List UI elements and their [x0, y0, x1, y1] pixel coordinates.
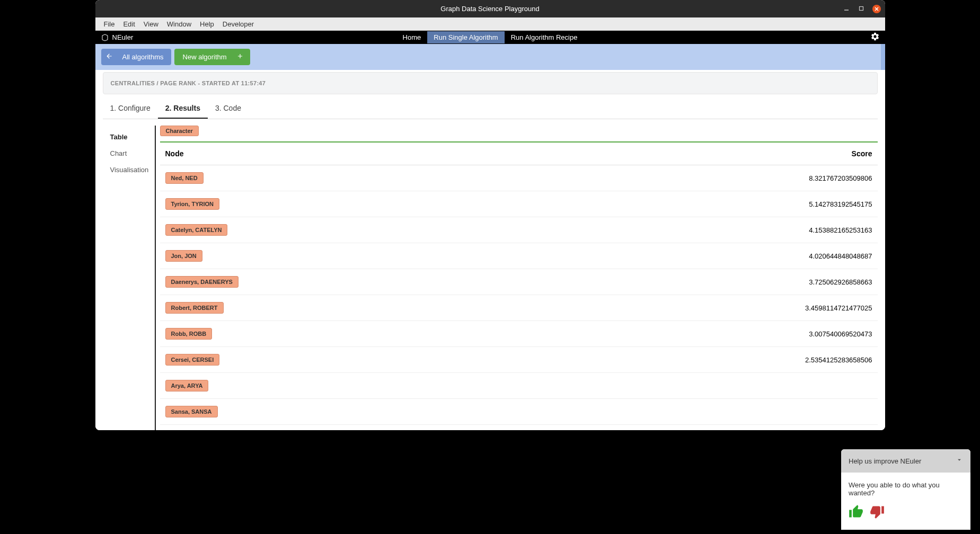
minimize-button[interactable] — [843, 5, 850, 12]
all-algorithms-button[interactable]: All algorithms — [101, 49, 171, 65]
table-row: Daenerys, DAENERYS3.725062926858663 — [160, 269, 878, 295]
label-chip-character[interactable]: Character — [160, 126, 199, 136]
column-header-score[interactable]: Score — [533, 142, 878, 165]
arrow-left-icon — [105, 52, 113, 61]
table-row: Robert, ROBERT3.4598114721477025 — [160, 295, 878, 321]
new-algorithm-label: New algorithm — [183, 53, 227, 61]
score-cell — [533, 399, 878, 425]
table-row: Jon, JON4.020644848048687 — [160, 243, 878, 269]
plus-icon — [236, 52, 244, 61]
results-table: Node Score Ned, NED8.321767203509806Tyri… — [160, 141, 878, 430]
score-cell: 8.321767203509806 — [533, 165, 878, 191]
menu-view[interactable]: View — [139, 20, 163, 28]
maximize-button[interactable] — [858, 5, 865, 12]
sidebar-item-chart[interactable]: Chart — [110, 145, 147, 162]
breadcrumb-text: CENTRALITIES / PAGE RANK - STARTED AT 11… — [111, 80, 870, 86]
menu-window[interactable]: Window — [163, 20, 196, 28]
all-algorithms-label: All algorithms — [122, 53, 164, 61]
table-row: Catelyn, CATELYN4.153882165253163 — [160, 217, 878, 243]
app-logo-icon — [101, 33, 109, 42]
score-cell: 3.4598114721477025 — [533, 295, 878, 321]
table-row: Arya, ARYA — [160, 373, 878, 399]
score-cell: 5.142783192545175 — [533, 191, 878, 217]
tab-configure[interactable]: 1. Configure — [103, 99, 158, 119]
app-name: NEuler — [112, 33, 134, 41]
tab-code[interactable]: 3. Code — [208, 99, 249, 119]
table-row: Bran, BRAN — [160, 425, 878, 431]
window-title: Graph Data Science Playground — [440, 5, 539, 13]
close-button[interactable] — [872, 5, 881, 13]
menubar: File Edit View Window Help Developer — [95, 17, 885, 31]
menu-edit[interactable]: Edit — [119, 20, 139, 28]
titlebar: Graph Data Science Playground — [95, 0, 885, 17]
results-main: Character Node Score Ned, NED8.321767203… — [156, 126, 878, 430]
node-chip[interactable]: Tyrion, TYRION — [165, 198, 219, 210]
table-row: Cersei, CERSEI2.5354125283658506 — [160, 347, 878, 373]
breadcrumb: CENTRALITIES / PAGE RANK - STARTED AT 11… — [103, 72, 878, 94]
node-chip[interactable]: Robert, ROBERT — [165, 302, 224, 314]
score-cell — [533, 425, 878, 431]
results-sidebar: Table Chart Visualisation — [103, 126, 156, 430]
table-row: Tyrion, TYRION5.142783192545175 — [160, 191, 878, 217]
node-chip[interactable]: Robb, ROBB — [165, 328, 213, 340]
score-cell — [533, 373, 878, 399]
table-row: Sansa, SANSA — [160, 399, 878, 425]
column-header-node[interactable]: Node — [160, 142, 533, 165]
score-cell: 3.725062926858663 — [533, 269, 878, 295]
menu-developer[interactable]: Developer — [218, 20, 258, 28]
node-chip[interactable]: Catelyn, CATELYN — [165, 224, 228, 236]
nav-run-single[interactable]: Run Single Algorithm — [427, 31, 504, 43]
appbar: NEuler Home Run Single Algorithm Run Alg… — [95, 31, 885, 44]
tabs: 1. Configure 2. Results 3. Code — [103, 99, 878, 119]
toolbar: All algorithms New algorithm — [95, 44, 885, 70]
table-row: Robb, ROBB3.007540069520473 — [160, 321, 878, 347]
sidebar-item-visualisation[interactable]: Visualisation — [110, 162, 147, 178]
score-cell: 4.153882165253163 — [533, 217, 878, 243]
new-algorithm-button[interactable]: New algorithm — [174, 49, 250, 65]
tab-results[interactable]: 2. Results — [158, 99, 208, 119]
table-row: Ned, NED8.321767203509806 — [160, 165, 878, 191]
gear-icon[interactable] — [870, 34, 880, 43]
nav-home[interactable]: Home — [396, 31, 428, 43]
score-cell: 4.020644848048687 — [533, 243, 878, 269]
sidebar-item-table[interactable]: Table — [110, 129, 147, 145]
node-chip[interactable]: Daenerys, DAENERYS — [165, 276, 239, 288]
score-cell: 3.007540069520473 — [533, 321, 878, 347]
node-chip[interactable]: Cersei, CERSEI — [165, 354, 220, 366]
node-chip[interactable]: Jon, JON — [165, 250, 202, 262]
svg-rect-1 — [859, 6, 863, 10]
menu-help[interactable]: Help — [196, 20, 218, 28]
menu-file[interactable]: File — [100, 20, 119, 28]
node-chip[interactable]: Ned, NED — [165, 172, 204, 184]
nav-run-recipe[interactable]: Run Algorithm Recipe — [505, 31, 584, 43]
score-cell: 2.5354125283658506 — [533, 347, 878, 373]
node-chip[interactable]: Sansa, SANSA — [165, 406, 218, 417]
node-chip[interactable]: Arya, ARYA — [165, 380, 209, 391]
